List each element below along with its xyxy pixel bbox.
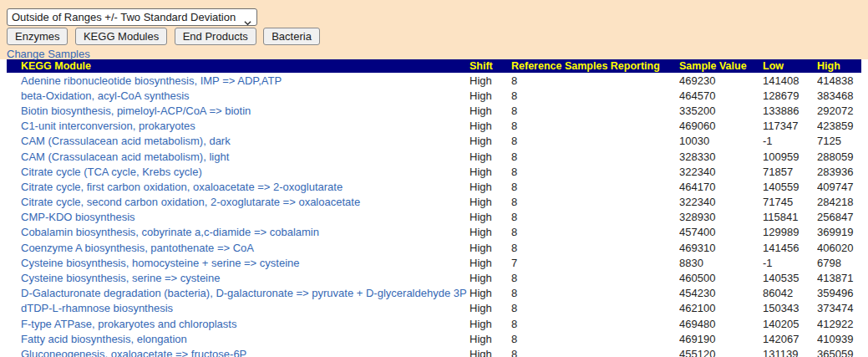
shift-cell: High — [470, 73, 511, 88]
sample-value-cell: 335200 — [679, 103, 763, 118]
module-link[interactable]: Coenzyme A biosynthesis, pantothenate =>… — [21, 242, 254, 254]
table-row: Cysteine biosynthesis, homocysteine + se… — [7, 255, 861, 270]
module-link[interactable]: F-type ATPase, prokaryotes and chloropla… — [21, 318, 236, 330]
table-row: Biotin biosynthesis, pimeloyl-ACP/CoA =>… — [7, 103, 861, 118]
change-samples-link[interactable]: Change Samples — [7, 48, 90, 60]
module-name-cell: beta-Oxidation, acyl-CoA synthesis — [7, 88, 470, 103]
low-cell: 131139 — [763, 346, 817, 357]
shift-cell: High — [470, 331, 511, 346]
low-cell: 140559 — [763, 179, 817, 194]
category-button[interactable]: Enzymes — [7, 28, 68, 45]
kegg-module-table: KEGG Module Shift Reference Samples Repo… — [7, 59, 861, 357]
module-link[interactable]: dTDP-L-rhamnose biosynthesis — [21, 302, 173, 314]
table-header-row: KEGG Module Shift Reference Samples Repo… — [7, 59, 861, 73]
module-link[interactable]: Cysteine biosynthesis, homocysteine + se… — [21, 257, 299, 269]
table-row: Citrate cycle, first carbon oxidation, o… — [7, 179, 861, 194]
module-name-cell: D-Galacturonate degradation (bacteria), … — [7, 286, 470, 301]
high-cell: 369919 — [817, 225, 861, 240]
module-link[interactable]: Gluconeogenesis, oxaloacetate => fructos… — [21, 348, 246, 357]
module-link[interactable]: Cobalamin biosynthesis, cobyrinate a,c-d… — [21, 226, 319, 238]
high-cell: 406020 — [817, 240, 861, 255]
reference-samples-reporting-cell: 8 — [511, 316, 679, 331]
top-control-band: Outside of Ranges +/- Two Standard Devia… — [0, 0, 868, 59]
module-name-cell: Adenine ribonucleotide biosynthesis, IMP… — [7, 73, 470, 88]
table-row: Citrate cycle (TCA cycle, Krebs cycle) H… — [7, 164, 861, 179]
module-link[interactable]: C1-unit interconversion, prokaryotes — [21, 120, 195, 132]
shift-cell: High — [470, 225, 511, 240]
table-row: Adenine ribonucleotide biosynthesis, IMP… — [7, 73, 861, 88]
table-row: Gluconeogenesis, oxaloacetate => fructos… — [7, 346, 861, 357]
sample-value-cell: 464570 — [679, 88, 763, 103]
module-link[interactable]: CAM (Crassulacean acid metabolism), ligh… — [21, 150, 229, 163]
module-name-cell: Coenzyme A biosynthesis, pantothenate =>… — [7, 240, 470, 255]
low-cell: 140535 — [763, 270, 817, 285]
low-cell: 129989 — [763, 225, 817, 240]
module-name-cell: F-type ATPase, prokaryotes and chloropla… — [7, 316, 470, 331]
reference-samples-reporting-cell: 8 — [511, 240, 679, 255]
low-cell: 141456 — [763, 240, 817, 255]
reference-samples-reporting-cell: 8 — [511, 164, 679, 179]
low-cell: 71745 — [763, 195, 817, 210]
high-cell: 383468 — [817, 88, 861, 103]
module-link[interactable]: beta-Oxidation, acyl-CoA synthesis — [21, 89, 190, 102]
reference-samples-reporting-cell: 8 — [511, 270, 679, 285]
high-cell: 284218 — [817, 195, 861, 210]
category-button[interactable]: End Products — [175, 28, 256, 45]
module-link[interactable]: Cysteine biosynthesis, serine => cystein… — [21, 272, 220, 284]
reference-samples-reporting-cell: 8 — [511, 179, 679, 194]
reference-samples-reporting-cell: 7 — [511, 255, 679, 270]
low-cell: 141408 — [763, 73, 817, 88]
module-link[interactable]: CAM (Crassulacean acid metabolism), dark — [21, 135, 231, 147]
high-cell: 412922 — [817, 316, 861, 331]
module-link[interactable]: CMP-KDO biosynthesis — [21, 211, 135, 223]
sample-value-cell: 328930 — [679, 210, 763, 225]
category-button[interactable]: KEGG Modules — [75, 28, 167, 45]
table-row: dTDP-L-rhamnose biosynthesis High 8 4621… — [7, 301, 861, 316]
shift-cell: High — [470, 240, 511, 255]
high-cell: 6798 — [817, 255, 861, 270]
range-filter-select[interactable]: Outside of Ranges +/- Two Standard Devia… — [7, 8, 257, 26]
high-cell: 409747 — [817, 179, 861, 194]
sample-value-cell: 460500 — [679, 270, 763, 285]
reference-samples-reporting-cell: 8 — [511, 286, 679, 301]
module-name-cell: Cysteine biosynthesis, serine => cystein… — [7, 270, 470, 285]
table-row: Cobalamin biosynthesis, cobyrinate a,c-d… — [7, 225, 861, 240]
module-link[interactable]: Citrate cycle, second carbon oxidation, … — [21, 196, 360, 208]
low-cell: 140205 — [763, 316, 817, 331]
shift-cell: High — [470, 346, 511, 357]
table-row: D-Galacturonate degradation (bacteria), … — [7, 286, 861, 301]
table-row: F-type ATPase, prokaryotes and chloropla… — [7, 316, 861, 331]
sample-value-cell: 322340 — [679, 164, 763, 179]
module-link[interactable]: Fatty acid biosynthesis, elongation — [21, 333, 187, 345]
module-link[interactable]: Citrate cycle, first carbon oxidation, o… — [21, 181, 343, 193]
sample-value-cell: 469480 — [679, 316, 763, 331]
shift-cell: High — [470, 255, 511, 270]
category-button[interactable]: Bacteria — [263, 28, 320, 45]
high-cell: 256847 — [817, 210, 861, 225]
sample-value-cell: 454230 — [679, 286, 763, 301]
module-link[interactable]: D-Galacturonate degradation (bacteria), … — [21, 287, 467, 299]
header-sample-value: Sample Value — [679, 59, 763, 73]
high-cell: 373474 — [817, 301, 861, 316]
module-name-cell: Cobalamin biosynthesis, cobyrinate a,c-d… — [7, 225, 470, 240]
table-row: Cysteine biosynthesis, serine => cystein… — [7, 270, 861, 285]
high-cell: 283936 — [817, 164, 861, 179]
shift-cell: High — [470, 88, 511, 103]
high-cell: 413871 — [817, 270, 861, 285]
module-link[interactable]: Adenine ribonucleotide biosynthesis, IMP… — [21, 74, 282, 87]
module-link[interactable]: Biotin biosynthesis, pimeloyl-ACP/CoA =>… — [21, 105, 251, 117]
shift-cell: High — [470, 149, 511, 164]
shift-cell: High — [470, 134, 511, 149]
table-row: CMP-KDO biosynthesis High 8 328930 11584… — [7, 210, 861, 225]
module-name-cell: Citrate cycle (TCA cycle, Krebs cycle) — [7, 164, 470, 179]
module-name-cell: Citrate cycle, second carbon oxidation, … — [7, 195, 470, 210]
table-row: Coenzyme A biosynthesis, pantothenate =>… — [7, 240, 861, 255]
low-cell: 86042 — [763, 286, 817, 301]
range-filter-select-wrap: Outside of Ranges +/- Two Standard Devia… — [7, 8, 257, 26]
low-cell: -1 — [763, 255, 817, 270]
high-cell: 7125 — [817, 134, 861, 149]
module-name-cell: CAM (Crassulacean acid metabolism), dark — [7, 134, 470, 149]
module-link[interactable]: Citrate cycle (TCA cycle, Krebs cycle) — [21, 166, 202, 178]
shift-cell: High — [470, 210, 511, 225]
shift-cell: High — [470, 119, 511, 134]
